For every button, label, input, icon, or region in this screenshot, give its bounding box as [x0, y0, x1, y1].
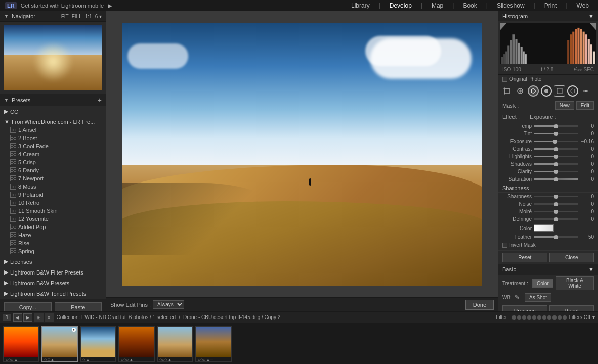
- moire-thumb[interactable]: [554, 210, 558, 214]
- presets-add-btn[interactable]: +: [98, 96, 102, 104]
- close-btn[interactable]: Close: [549, 253, 594, 262]
- paste-button[interactable]: Paste: [55, 302, 102, 311]
- preset-crisp[interactable]: CC 5 Crisp: [0, 158, 106, 166]
- color-swatch[interactable]: [534, 224, 554, 232]
- preset-group-bwtoned-header[interactable]: ▶ Lightroom B&W Toned Presets: [0, 289, 106, 298]
- heal-tool[interactable]: [515, 85, 526, 97]
- preset-dandy[interactable]: CC 6 Dandy: [0, 166, 106, 174]
- nav-book[interactable]: Book: [459, 1, 481, 10]
- filters-dropdown-arrow[interactable]: ▾: [592, 314, 595, 320]
- filmstrip-thumb-4[interactable]: ◇◇◇ ▲: [118, 326, 155, 362]
- filmstrip-thumb-3[interactable]: ◇ ▲ ···: [80, 326, 116, 362]
- basic-section-header[interactable]: Basic ▼: [498, 264, 598, 275]
- dot-1[interactable]: [512, 315, 516, 320]
- contrast-track[interactable]: [534, 148, 578, 150]
- dot-5[interactable]: [532, 315, 536, 320]
- dot-8[interactable]: [547, 315, 551, 320]
- nav-zoom-btn[interactable]: 6 ▾: [95, 14, 102, 19]
- edit-mask-button[interactable]: Edit: [576, 101, 594, 110]
- highlights-thumb[interactable]: [554, 155, 558, 159]
- previous-button[interactable]: Previous: [502, 305, 547, 311]
- feather-track[interactable]: [534, 236, 578, 238]
- dot-2[interactable]: [517, 315, 521, 320]
- contrast-thumb[interactable]: [554, 147, 558, 151]
- promo-arrow[interactable]: ▶: [108, 3, 112, 9]
- preset-haze[interactable]: CC Haze: [0, 231, 106, 239]
- preset-group-bw-header[interactable]: ▶ Lightroom B&W Presets: [0, 279, 106, 287]
- promo-text[interactable]: Get started with Lightroom mobile: [21, 3, 104, 9]
- nav-print[interactable]: Print: [540, 1, 561, 10]
- saturation-thumb[interactable]: [554, 177, 558, 181]
- list-view-icon[interactable]: ≡: [45, 313, 54, 322]
- mask-circle-tool[interactable]: [528, 85, 539, 97]
- crop-tool[interactable]: [501, 85, 512, 97]
- preset-group-cc-header[interactable]: ▶ CC: [0, 107, 106, 116]
- preset-group-fwd-header[interactable]: ▼ FromWhereDrone.com - LR Fre...: [0, 118, 106, 126]
- range-tool[interactable]: [580, 85, 591, 97]
- radial-tool[interactable]: [541, 85, 552, 97]
- nav-library[interactable]: Library: [347, 1, 374, 10]
- filmstrip-thumb-6[interactable]: ◇◇◇ ▲···: [195, 326, 232, 362]
- temp-thumb[interactable]: [554, 124, 558, 128]
- nav-fill-btn[interactable]: FILL: [72, 14, 82, 19]
- invert-mask-checkbox[interactable]: [502, 243, 507, 248]
- preset-retro[interactable]: CC 10 Retro: [0, 199, 106, 207]
- filmstrip-thumb-5[interactable]: ◇◇◇ ▲: [157, 326, 193, 362]
- filters-off-label[interactable]: Filters Off: [569, 314, 590, 320]
- wb-value-btn[interactable]: As Shot: [525, 293, 551, 302]
- preset-polaroid[interactable]: CC 9 Polaroid: [0, 191, 106, 199]
- shadows-thumb[interactable]: [554, 162, 558, 166]
- preset-boost[interactable]: CC 2 Boost: [0, 134, 106, 142]
- dot-11[interactable]: [563, 315, 567, 320]
- dot-4[interactable]: [527, 315, 531, 320]
- dot-6[interactable]: [537, 315, 541, 320]
- wb-eyedropper-icon[interactable]: ✎: [515, 294, 523, 302]
- orig-photo-checkbox[interactable]: [502, 77, 507, 82]
- preset-smoothskin[interactable]: CC 11 Smooth Skin: [0, 207, 106, 215]
- histogram-header[interactable]: Histogram ▼: [498, 11, 598, 21]
- dot-3[interactable]: [522, 315, 526, 320]
- new-mask-button[interactable]: New: [555, 101, 574, 110]
- preset-group-bwfilter-header[interactable]: ▶ Lightroom B&W Filter Presets: [0, 268, 106, 277]
- clarity-track[interactable]: [534, 171, 578, 172]
- saturation-track[interactable]: [534, 178, 578, 180]
- nav-1to1-btn[interactable]: 1:1: [85, 14, 92, 19]
- noise-thumb[interactable]: [554, 202, 558, 206]
- dot-9[interactable]: [552, 315, 557, 320]
- linear-tool[interactable]: [554, 85, 565, 97]
- dot-7[interactable]: [542, 315, 546, 320]
- nav-map[interactable]: Map: [428, 1, 447, 10]
- color-treatment-btn[interactable]: Color: [532, 279, 553, 288]
- sharpness-track[interactable]: [534, 196, 578, 197]
- preset-group-licenses-header[interactable]: ▶ Licenses: [0, 257, 106, 266]
- nav-fit-btn[interactable]: FIT: [61, 14, 69, 19]
- noise-track[interactable]: [534, 203, 578, 205]
- defringe-track[interactable]: [534, 218, 578, 220]
- copy-button[interactable]: Copy...: [4, 302, 52, 311]
- feather-thumb[interactable]: [554, 235, 558, 239]
- nav-web[interactable]: Web: [573, 1, 593, 10]
- preset-yosemite[interactable]: CC 12 Yosemite: [0, 215, 106, 223]
- bw-treatment-btn[interactable]: Black & White: [556, 276, 594, 290]
- nav-prev-arrow[interactable]: ◀: [13, 313, 22, 322]
- done-button[interactable]: Done: [465, 300, 494, 310]
- nav-develop[interactable]: Develop: [386, 1, 416, 10]
- nav-slideshow[interactable]: Slideshow: [493, 1, 529, 10]
- preset-rise[interactable]: CC Rise: [0, 239, 106, 247]
- preset-coolfade[interactable]: CC 3 Cool Fade: [0, 142, 106, 150]
- nav-next-arrow[interactable]: ▶: [23, 313, 32, 322]
- clarity-thumb[interactable]: [554, 170, 558, 174]
- filmstrip-thumb-1[interactable]: ◇◇◇ ▲: [3, 326, 39, 362]
- reset-settings-button[interactable]: Reset: [549, 305, 594, 311]
- exposure-thumb[interactable]: [553, 140, 557, 144]
- preset-cream[interactable]: CC 4 Cream: [0, 150, 106, 158]
- reset-btn[interactable]: Reset: [502, 253, 547, 262]
- moire-track[interactable]: [534, 211, 578, 212]
- preset-addedpop[interactable]: CC Added Pop: [0, 223, 106, 231]
- edit-pins-select[interactable]: Always Never Auto: [153, 300, 184, 309]
- sharpness-thumb[interactable]: [554, 195, 558, 199]
- exposure-track[interactable]: [534, 141, 578, 142]
- shadows-track[interactable]: [534, 163, 578, 165]
- tint-thumb[interactable]: [554, 132, 558, 136]
- grid-view-icon[interactable]: ⊞: [34, 313, 44, 322]
